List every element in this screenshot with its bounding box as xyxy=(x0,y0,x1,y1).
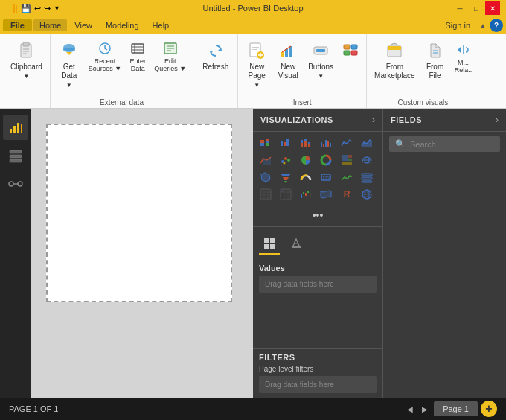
canvas-page[interactable] xyxy=(46,124,232,302)
viz-donut[interactable] xyxy=(318,152,334,168)
visualizations-panel: VISUALIZATIONS › xyxy=(253,109,383,398)
menu-view[interactable]: View xyxy=(68,19,98,31)
from-marketplace-button[interactable]: FromMarketplace xyxy=(371,39,417,82)
svg-rect-43 xyxy=(10,129,12,133)
viz-gauge[interactable] xyxy=(298,169,314,185)
fields-search-box[interactable]: 🔍 xyxy=(389,136,500,152)
viz-r-script[interactable]: R xyxy=(339,186,355,203)
svg-rect-67 xyxy=(321,142,322,147)
clipboard-arrow: ▼ xyxy=(23,73,29,80)
refresh-button[interactable]: Refresh xyxy=(199,39,231,73)
viz-line-area[interactable] xyxy=(257,152,274,168)
svg-rect-40 xyxy=(388,46,401,50)
title-bar-redo[interactable]: ↪ xyxy=(44,4,51,13)
svg-rect-38 xyxy=(351,51,357,55)
viz-line2[interactable] xyxy=(339,135,355,151)
svg-rect-54 xyxy=(260,143,264,146)
menu-chevron-up[interactable]: ▲ xyxy=(479,22,487,30)
get-data-button[interactable]: GetData ▼ xyxy=(55,39,83,90)
sidebar-item-report[interactable] xyxy=(3,115,28,140)
svg-rect-117 xyxy=(270,244,275,249)
right-panels: VISUALIZATIONS › xyxy=(253,109,506,398)
clipboard-button[interactable]: Clipboard ▼ xyxy=(7,39,45,81)
sidebar-item-data[interactable] xyxy=(3,143,28,168)
maximize-button[interactable]: □ xyxy=(469,1,484,15)
minimize-button[interactable]: ─ xyxy=(452,1,467,15)
viz-more-button[interactable]: ••• xyxy=(307,207,330,223)
viz-kpi[interactable] xyxy=(339,169,355,185)
filters-title: FILTERS xyxy=(259,353,377,362)
values-section: Values Drag data fields here xyxy=(253,259,382,348)
new-page-button[interactable]: NewPage ▼ xyxy=(243,39,271,90)
viz-card[interactable]: 123 xyxy=(318,169,334,185)
svg-rect-68 xyxy=(323,144,324,147)
svg-rect-26 xyxy=(252,49,257,50)
title-bar-undo[interactable]: ↩ xyxy=(34,4,41,13)
svg-rect-65 xyxy=(308,144,310,147)
viz-tab-format[interactable] xyxy=(286,234,307,255)
filters-drop-zone[interactable]: Drag data fields here xyxy=(259,376,377,393)
enter-data-button[interactable]: EnterData xyxy=(126,39,149,74)
powerbi-icon xyxy=(6,2,18,14)
help-button[interactable]: ? xyxy=(490,19,503,32)
svg-rect-77 xyxy=(348,155,352,158)
viz-matrix[interactable] xyxy=(278,186,294,203)
more-insert-button[interactable] xyxy=(339,39,362,60)
edit-queries-button[interactable]: EditQueries ▼ xyxy=(152,39,188,74)
viz-stacked-bar[interactable] xyxy=(257,135,274,151)
main-area: VISUALIZATIONS › xyxy=(0,109,506,398)
title-bar-save-icon[interactable]: 💾 xyxy=(21,4,31,13)
viz-table[interactable] xyxy=(257,186,274,203)
viz-area2[interactable] xyxy=(359,135,375,151)
ribbon-group-custom-visuals: FromMarketplace FromFile xyxy=(367,34,478,108)
from-file-icon xyxy=(425,40,446,61)
fields-panel-chevron[interactable]: › xyxy=(496,115,499,125)
get-data-icon xyxy=(59,40,80,61)
menu-modeling[interactable]: Modeling xyxy=(100,19,145,31)
menu-help[interactable]: Help xyxy=(147,19,176,31)
svg-rect-44 xyxy=(13,126,16,133)
viz-scatter[interactable] xyxy=(278,152,294,168)
viz-waterfall[interactable] xyxy=(298,186,314,203)
close-button[interactable]: ✕ xyxy=(485,1,500,15)
svg-rect-60 xyxy=(286,139,289,146)
page-next-button[interactable]: ▶ xyxy=(419,403,431,415)
page-tab-1[interactable]: Page 1 xyxy=(434,401,478,416)
recent-sources-button[interactable]: RecentSources ▼ xyxy=(86,39,124,74)
canvas-area[interactable] xyxy=(31,109,253,398)
svg-rect-61 xyxy=(301,143,303,147)
viz-map[interactable] xyxy=(359,152,375,168)
viz-ribbon[interactable] xyxy=(318,186,334,203)
viz-slicer[interactable] xyxy=(359,169,375,185)
sign-in-button[interactable]: Sign in xyxy=(439,19,476,31)
viz-globe[interactable] xyxy=(359,186,375,203)
sidebar-item-relationships[interactable] xyxy=(3,171,28,197)
page-prev-button[interactable]: ◀ xyxy=(404,403,416,415)
add-page-button[interactable]: + xyxy=(481,401,497,417)
viz-pie[interactable] xyxy=(298,152,314,168)
viz-filled-map[interactable] xyxy=(257,169,274,185)
window-controls: ─ □ ✕ xyxy=(452,1,500,15)
svg-marker-84 xyxy=(283,177,289,180)
viz-icons-grid: 123 xyxy=(253,132,382,206)
viz-panel-chevron[interactable]: › xyxy=(372,115,375,125)
values-drop-zone[interactable]: Drag data fields here xyxy=(259,276,377,293)
fields-search-input[interactable] xyxy=(410,140,494,149)
viz-funnel[interactable] xyxy=(278,169,294,185)
buttons-button[interactable]: Buttons ▼ xyxy=(305,39,336,81)
title-bar-dropdown[interactable]: ▼ xyxy=(54,4,60,12)
more-relations-button[interactable]: M...Rela.. xyxy=(452,39,475,75)
page-level-label: Page level filters xyxy=(259,365,377,373)
ribbon-group-insert: NewPage ▼ NewVisual xyxy=(238,34,367,108)
from-file-button[interactable]: FromFile xyxy=(421,39,449,82)
viz-stacked-col[interactable] xyxy=(298,135,314,151)
new-visual-button[interactable]: NewVisual xyxy=(274,39,302,82)
viz-treemap[interactable] xyxy=(339,152,355,168)
filters-section: FILTERS Page level filters Drag data fie… xyxy=(253,348,382,398)
viz-clustered-bar[interactable] xyxy=(278,135,294,151)
menu-home[interactable]: Home xyxy=(33,19,67,31)
viz-tab-fields[interactable] xyxy=(259,234,280,255)
viz-clustered-col2[interactable] xyxy=(318,135,334,151)
menu-file[interactable]: File xyxy=(3,19,32,31)
svg-rect-90 xyxy=(362,177,372,179)
